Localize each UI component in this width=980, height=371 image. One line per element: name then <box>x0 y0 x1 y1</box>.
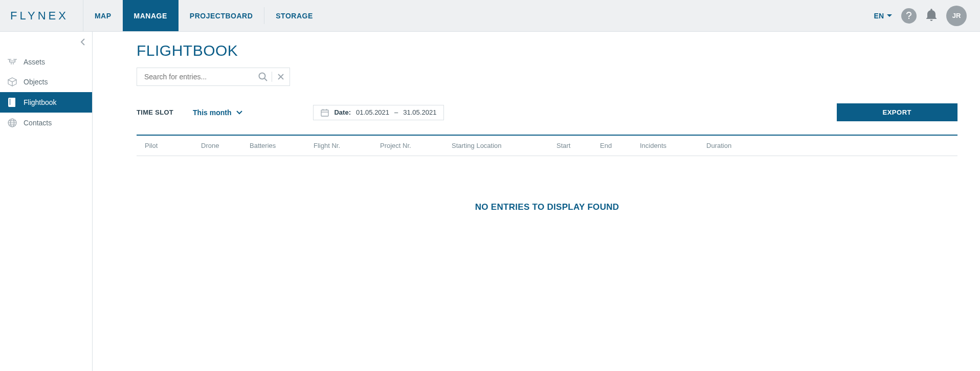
sidebar: Assets Objects Flightbook Contacts <box>0 32 93 371</box>
help-button[interactable] <box>901 8 917 24</box>
col-starting-location[interactable]: Starting Location <box>452 142 556 149</box>
time-slot-label: TIME SLOT <box>137 108 173 116</box>
col-start[interactable]: Start <box>556 142 600 149</box>
book-icon <box>7 98 17 107</box>
col-pilot[interactable]: Pilot <box>145 142 201 149</box>
date-range-picker[interactable]: Date: 01.05.2021 – 31.05.2021 <box>313 105 444 120</box>
cube-icon <box>7 77 17 86</box>
nav-map[interactable]: MAP <box>83 0 123 31</box>
svg-point-12 <box>259 73 265 79</box>
table-header[interactable]: Pilot Drone Batteries Flight Nr. Project… <box>137 135 957 156</box>
time-slot-dropdown[interactable]: This month <box>193 108 242 117</box>
caret-down-icon <box>887 14 892 17</box>
clear-search-button[interactable] <box>272 68 289 85</box>
collapse-sidebar-button[interactable] <box>0 32 92 52</box>
question-icon <box>906 12 911 20</box>
sidebar-item-contacts[interactable]: Contacts <box>0 113 92 133</box>
sidebar-item-label: Contacts <box>24 119 52 127</box>
date-to: 31.05.2021 <box>403 108 436 116</box>
globe-icon <box>7 118 17 127</box>
col-drone[interactable]: Drone <box>201 142 250 149</box>
date-label: Date: <box>334 108 351 116</box>
col-batteries[interactable]: Batteries <box>250 142 314 149</box>
sidebar-item-objects[interactable]: Objects <box>0 72 92 92</box>
chevron-left-icon <box>80 38 85 46</box>
export-button[interactable]: EXPORT <box>837 103 957 121</box>
sidebar-item-assets[interactable]: Assets <box>0 52 92 72</box>
main-content: FLIGHTBOOK TIME SLOT This month Date: 01… <box>93 32 980 371</box>
notifications-button[interactable] <box>926 9 937 23</box>
logo-text: FLYNEX <box>10 9 69 23</box>
search-button[interactable] <box>254 68 272 85</box>
sidebar-item-label: Flightbook <box>24 98 57 106</box>
search-icon <box>258 72 268 81</box>
drone-icon <box>7 58 17 66</box>
date-from: 01.05.2021 <box>356 108 389 116</box>
nav-projectboard[interactable]: PROJECTBOARD <box>179 0 264 31</box>
date-sep: – <box>394 108 398 116</box>
col-flight-nr[interactable]: Flight Nr. <box>314 142 380 149</box>
svg-rect-4 <box>10 61 15 62</box>
header-right: EN JR <box>874 0 980 31</box>
svg-rect-16 <box>321 110 328 116</box>
col-end[interactable]: End <box>600 142 640 149</box>
app-header: FLYNEX MAP MANAGE PROJECTBOARD STORAGE E… <box>0 0 980 32</box>
search-input[interactable] <box>143 72 254 81</box>
search-box <box>137 68 290 86</box>
primary-nav: MAP MANAGE PROJECTBOARD STORAGE <box>83 0 324 31</box>
empty-state-message: NO ENTRIES TO DISPLAY FOUND <box>137 202 957 212</box>
col-duration[interactable]: Duration <box>706 142 768 149</box>
logo[interactable]: FLYNEX <box>0 0 83 31</box>
sidebar-item-flightbook[interactable]: Flightbook <box>0 92 92 113</box>
col-project-nr[interactable]: Project Nr. <box>380 142 452 149</box>
nav-manage[interactable]: MANAGE <box>123 0 179 31</box>
bell-icon <box>926 9 937 21</box>
avatar-initials: JR <box>952 12 961 19</box>
language-label: EN <box>874 12 884 20</box>
sidebar-item-label: Objects <box>24 78 48 86</box>
calendar-icon <box>321 108 329 117</box>
chevron-down-icon <box>236 111 242 115</box>
close-icon <box>278 74 284 80</box>
page-title: FLIGHTBOOK <box>137 42 957 59</box>
time-slot-value: This month <box>193 108 231 117</box>
language-selector[interactable]: EN <box>874 12 892 20</box>
filter-row: TIME SLOT This month Date: 01.05.2021 – … <box>137 103 957 121</box>
nav-storage[interactable]: STORAGE <box>264 0 324 31</box>
sidebar-item-label: Assets <box>24 58 45 66</box>
col-incidents[interactable]: Incidents <box>640 142 706 149</box>
user-avatar[interactable]: JR <box>946 6 967 26</box>
svg-line-13 <box>264 78 267 81</box>
